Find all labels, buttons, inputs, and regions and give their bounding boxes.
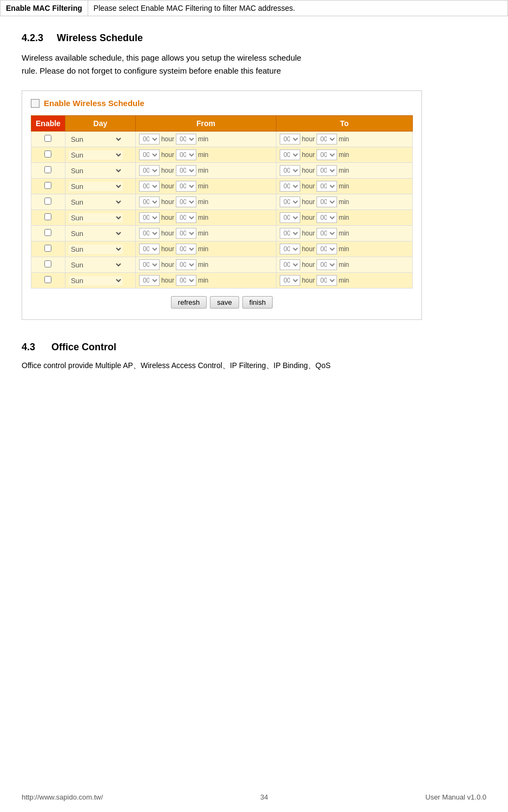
from-min-select-2[interactable]: 0001020304050607080910111213141516171819… [176,165,196,176]
to-hour-select-1[interactable]: 0001020304050607080910111213141516171819… [280,149,300,160]
time-cell-from-2: 0001020304050607080910111213141516171819… [139,165,273,176]
from-min-select-9[interactable]: 0001020304050607080910111213141516171819… [176,275,196,286]
to-min-select-4[interactable]: 0001020304050607080910111213141516171819… [316,197,337,207]
table-row: SunMonTueWedThuFriSat 000102030405060708… [31,147,413,163]
from-min-select-7[interactable]: 0001020304050607080910111213141516171819… [176,244,196,254]
from-hour-label-2: hour [161,167,174,174]
from-min-select-6[interactable]: 0001020304050607080910111213141516171819… [176,228,196,239]
day-select[interactable]: SunMonTueWedThuFriSat [69,213,123,222]
to-min-select-2[interactable]: 0001020304050607080910111213141516171819… [316,165,337,176]
row-enable-cell [31,163,65,179]
day-select[interactable]: SunMonTueWedThuFriSat [69,150,123,160]
to-hour-select-0[interactable]: 0001020304050607080910111213141516171819… [280,134,300,145]
from-min-select-0[interactable]: 0001020304050607080910111213141516171819… [176,134,196,145]
from-hour-select-4[interactable]: 0001020304050607080910111213141516171819… [139,197,160,207]
to-min-label-2: min [339,167,349,174]
to-min-select-9[interactable]: 0001020304050607080910111213141516171819… [316,275,337,286]
row-enable-cell [31,257,65,273]
to-hour-select-6[interactable]: 0001020304050607080910111213141516171819… [280,228,300,239]
time-cell-from-7: 0001020304050607080910111213141516171819… [139,244,273,254]
schedule-box: Enable Wireless Schedule Enable Day From… [22,90,422,320]
to-min-select-1[interactable]: 0001020304050607080910111213141516171819… [316,149,337,160]
time-cell-to-3: 0001020304050607080910111213141516171819… [280,181,409,192]
row-checkbox[interactable] [44,135,51,142]
to-min-select-7[interactable]: 0001020304050607080910111213141516171819… [316,244,337,254]
row-from-cell: 0001020304050607080910111213141516171819… [135,163,276,179]
from-hour-select-7[interactable]: 0001020304050607080910111213141516171819… [139,244,160,254]
row-checkbox[interactable] [44,276,51,283]
to-min-select-5[interactable]: 0001020304050607080910111213141516171819… [316,212,337,223]
from-hour-select-1[interactable]: 0001020304050607080910111213141516171819… [139,149,160,160]
from-hour-label-6: hour [161,230,174,237]
day-select[interactable]: SunMonTueWedThuFriSat [69,245,123,254]
to-hour-select-9[interactable]: 0001020304050607080910111213141516171819… [280,275,300,286]
from-min-label-2: min [198,167,208,174]
day-select[interactable]: SunMonTueWedThuFriSat [69,229,123,238]
from-hour-select-8[interactable]: 0001020304050607080910111213141516171819… [139,259,160,270]
row-from-cell: 0001020304050607080910111213141516171819… [135,241,276,257]
to-min-select-0[interactable]: 0001020304050607080910111213141516171819… [316,134,337,145]
to-min-label-7: min [339,245,349,253]
row-checkbox[interactable] [44,245,51,252]
enable-wireless-schedule-checkbox[interactable] [31,99,39,108]
to-hour-label-6: hour [302,230,315,237]
refresh-button[interactable]: refresh [171,296,207,309]
to-min-label-3: min [339,182,349,190]
to-hour-label-5: hour [302,214,315,221]
from-min-label-4: min [198,198,208,206]
to-hour-select-3[interactable]: 0001020304050607080910111213141516171819… [280,181,300,192]
row-checkbox[interactable] [44,229,51,236]
from-hour-select-5[interactable]: 0001020304050607080910111213141516171819… [139,212,160,223]
from-hour-label-5: hour [161,214,174,221]
from-min-select-8[interactable]: 0001020304050607080910111213141516171819… [176,259,196,270]
to-hour-select-8[interactable]: 0001020304050607080910111213141516171819… [280,259,300,270]
footer-version: User Manual v1.0.0 [425,793,486,801]
from-hour-select-2[interactable]: 0001020304050607080910111213141516171819… [139,165,160,176]
from-hour-label-0: hour [161,135,174,143]
day-select[interactable]: SunMonTueWedThuFriSat [69,182,123,191]
row-to-cell: 0001020304050607080910111213141516171819… [276,257,412,273]
from-min-select-3[interactable]: 0001020304050607080910111213141516171819… [176,181,196,192]
day-select[interactable]: SunMonTueWedThuFriSat [69,135,123,144]
row-day-cell: SunMonTueWedThuFriSat [65,132,135,147]
row-enable-cell [31,132,65,147]
row-to-cell: 0001020304050607080910111213141516171819… [276,210,412,226]
time-cell-to-7: 0001020304050607080910111213141516171819… [280,244,409,254]
to-hour-select-2[interactable]: 0001020304050607080910111213141516171819… [280,165,300,176]
from-min-select-5[interactable]: 0001020304050607080910111213141516171819… [176,212,196,223]
to-min-label-6: min [339,230,349,237]
row-checkbox[interactable] [44,198,51,205]
row-checkbox[interactable] [44,150,51,158]
table-row: SunMonTueWedThuFriSat 000102030405060708… [31,179,413,194]
from-hour-select-0[interactable]: 0001020304050607080910111213141516171819… [139,134,160,145]
day-select[interactable]: SunMonTueWedThuFriSat [69,166,123,175]
to-min-select-8[interactable]: 0001020304050607080910111213141516171819… [316,259,337,270]
day-select[interactable]: SunMonTueWedThuFriSat [69,198,123,207]
finish-button[interactable]: finish [242,296,273,309]
to-min-select-3[interactable]: 0001020304050607080910111213141516171819… [316,181,337,192]
day-select[interactable]: SunMonTueWedThuFriSat [69,260,123,270]
row-checkbox[interactable] [44,166,51,173]
from-min-label-0: min [198,135,208,143]
to-min-select-6[interactable]: 0001020304050607080910111213141516171819… [316,228,337,239]
from-min-select-1[interactable]: 0001020304050607080910111213141516171819… [176,149,196,160]
to-hour-select-7[interactable]: 0001020304050607080910111213141516171819… [280,244,300,254]
row-day-cell: SunMonTueWedThuFriSat [65,273,135,289]
table-row: SunMonTueWedThuFriSat 000102030405060708… [31,210,413,226]
from-min-select-4[interactable]: 0001020304050607080910111213141516171819… [176,197,196,207]
time-cell-to-5: 0001020304050607080910111213141516171819… [280,212,409,223]
day-select[interactable]: SunMonTueWedThuFriSat [69,276,123,285]
row-day-cell: SunMonTueWedThuFriSat [65,147,135,163]
to-hour-select-4[interactable]: 0001020304050607080910111213141516171819… [280,197,300,207]
row-checkbox[interactable] [44,213,51,220]
footer-url[interactable]: http://www.sapido.com.tw/ [22,793,103,801]
row-checkbox[interactable] [44,182,51,189]
row-checkbox[interactable] [44,260,51,267]
to-hour-select-5[interactable]: 0001020304050607080910111213141516171819… [280,212,300,223]
from-hour-select-6[interactable]: 0001020304050607080910111213141516171819… [139,228,160,239]
save-button[interactable]: save [210,296,239,309]
table-row: SunMonTueWedThuFriSat 000102030405060708… [31,163,413,179]
from-hour-select-9[interactable]: 0001020304050607080910111213141516171819… [139,275,160,286]
row-from-cell: 0001020304050607080910111213141516171819… [135,194,276,210]
from-hour-select-3[interactable]: 0001020304050607080910111213141516171819… [139,181,160,192]
